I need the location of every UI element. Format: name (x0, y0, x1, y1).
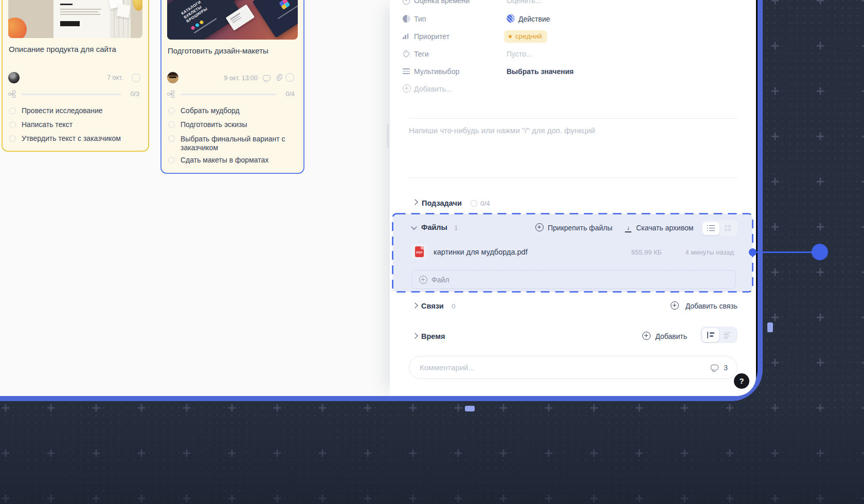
timelog-view-icon (707, 332, 715, 338)
checkbox[interactable] (168, 157, 175, 164)
comment-bubble-icon (711, 365, 718, 370)
text-view-icon (724, 332, 731, 338)
file-timestamp: 4 минуты назад (685, 248, 734, 256)
subtasks-progress-icon (471, 200, 477, 207)
chevron-right-icon[interactable] (412, 199, 418, 205)
checkbox[interactable] (168, 107, 175, 114)
connector-line[interactable] (752, 251, 820, 253)
plus-circle-icon (403, 84, 411, 93)
status-circle[interactable] (132, 74, 140, 82)
checklist-item[interactable]: Утвердить текст с заказчиком (22, 135, 141, 142)
field-label-type: Тип (414, 15, 426, 23)
card-cover-image: ЛИСТОВКИ ФЛАЕРЫ КАТАЛОГИ БУКЛЕТЫ БРОШЮРЫ (167, 0, 298, 40)
comment-bubble-icon (263, 75, 271, 81)
due-date[interactable]: 9 окт. 13:00 (224, 75, 258, 82)
files-section: Файлы 1 Прикрепить файлы ↓ Скачать архив… (392, 213, 752, 292)
due-date[interactable]: 7 окт. (107, 74, 123, 81)
divider (409, 177, 737, 178)
cover-heading: NEW VEGAN COSMETICS ONLINE (60, 0, 107, 1)
chevron-right-icon[interactable] (412, 333, 418, 338)
connector-end-dot[interactable] (812, 244, 828, 260)
field-label-estimate: Оценка времени (414, 0, 470, 5)
cover-button (60, 21, 80, 26)
help-button[interactable]: ? (734, 373, 749, 389)
list-view-icon (707, 225, 715, 231)
file-size: 655.99 КБ (632, 248, 662, 256)
time-section-title[interactable]: Время (421, 332, 445, 340)
plus-circle-icon (642, 332, 651, 340)
checklist-item[interactable]: Провести исследование (22, 107, 141, 115)
action-type-icon (507, 14, 515, 23)
progress-track (181, 94, 277, 95)
task-card-product-description[interactable]: NEW VEGAN COSMETICS ONLINE (2, 0, 149, 152)
comment-input[interactable]: Комментарий... 3 (409, 356, 737, 379)
field-label-multiselect: Мультивыбор (414, 67, 459, 76)
scrollbar-thumb[interactable] (387, 124, 389, 148)
progress-track (22, 94, 121, 95)
add-link-button[interactable]: Добавить связь (686, 302, 737, 310)
pear-graphic (133, 0, 142, 11)
grid-view-icon (725, 225, 731, 232)
field-value-estimate[interactable]: Оценить... (507, 0, 541, 5)
checklist-item[interactable]: Собрать мудборд (181, 107, 296, 115)
subtasks-count: 0/4 (480, 200, 490, 207)
apple-graphic (8, 17, 27, 38)
assignee-avatar[interactable] (8, 72, 20, 83)
add-file-button[interactable]: Файл (411, 270, 736, 289)
tag-icon (402, 50, 410, 58)
checklist-item[interactable]: Сдать макеты в форматах (181, 156, 296, 164)
plus-circle-icon (671, 301, 679, 310)
task-card-design-layouts[interactable]: ЛИСТОВКИ ФЛАЕРЫ КАТАЛОГИ БУКЛЕТЫ БРОШЮРЫ (160, 0, 304, 174)
field-value-type[interactable]: Действие (518, 15, 550, 23)
checklist-item[interactable]: Подготовить эскизы (181, 121, 296, 129)
kanban-board: NEW VEGAN COSMETICS ONLINE (0, 0, 390, 396)
checkbox[interactable] (9, 121, 16, 128)
description-placeholder[interactable]: Напиши что-нибудь или нажми "/" для доп.… (409, 126, 595, 135)
comment-placeholder: Комментарий... (420, 363, 475, 372)
download-archive-button[interactable]: Скачать архивом (636, 224, 693, 232)
clock-icon (403, 0, 410, 5)
connector-start-dot[interactable] (749, 248, 757, 256)
checklist-item[interactable]: Написать текст (22, 121, 141, 129)
attach-files-button[interactable]: Прикрепить файлы (548, 224, 613, 232)
status-circle[interactable] (285, 73, 294, 82)
task-detail-panel: Оценка времени Оценить... Тип Действие П… (390, 0, 756, 396)
chevron-right-icon[interactable] (412, 302, 418, 308)
files-section-title[interactable]: Файлы (421, 223, 447, 231)
text-view-button[interactable] (719, 328, 736, 342)
assignee-avatar[interactable] (167, 72, 178, 83)
priority-badge[interactable]: средний (504, 30, 547, 43)
file-name[interactable]: картинки для мудборда.pdf (434, 248, 528, 256)
download-icon: ↓ (625, 225, 632, 232)
files-view-toggle (701, 220, 738, 236)
checkbox[interactable] (168, 121, 175, 128)
stage: NEW VEGAN COSMETICS ONLINE (0, 0, 864, 504)
type-icon (403, 15, 410, 23)
frame-bottom-handle[interactable] (465, 406, 475, 411)
grid-view-button[interactable] (720, 222, 737, 235)
field-value-tags[interactable]: Пусто... (507, 50, 532, 58)
checkbox[interactable] (9, 107, 16, 114)
priority-icon (403, 33, 410, 39)
card-title[interactable]: Описание продукта для сайта (9, 45, 142, 53)
list-view-button[interactable] (703, 222, 719, 235)
divider (409, 118, 737, 119)
paperclip-icon (275, 74, 282, 82)
checklist-item[interactable]: Выбрать финальный вариант с заказчиком (181, 135, 296, 152)
subtasks-section-title[interactable]: Подзадачи (422, 199, 462, 207)
field-value-multiselect[interactable]: Выбрать значения (507, 67, 573, 76)
progress-count: 0/4 (286, 91, 295, 98)
cover-heading: КАТАЛОГИ БУКЛЕТЫ БРОШЮРЫ (181, 0, 208, 24)
checkbox[interactable] (9, 135, 16, 142)
chevron-down-icon[interactable] (411, 224, 417, 229)
add-time-button[interactable]: Добавить (655, 332, 687, 340)
card-title[interactable]: Подготовить дизайн-макеты (168, 46, 297, 55)
links-section-title[interactable]: Связи (421, 302, 444, 310)
sunglasses (169, 77, 176, 78)
app-content: NEW VEGAN COSMETICS ONLINE (0, 0, 756, 396)
frame-right-handle[interactable] (767, 322, 773, 332)
checkbox[interactable] (168, 135, 175, 142)
add-field-button[interactable]: Добавить... (414, 85, 452, 93)
pdf-badge: PDF (415, 251, 424, 254)
timelog-view-button[interactable] (702, 328, 719, 342)
